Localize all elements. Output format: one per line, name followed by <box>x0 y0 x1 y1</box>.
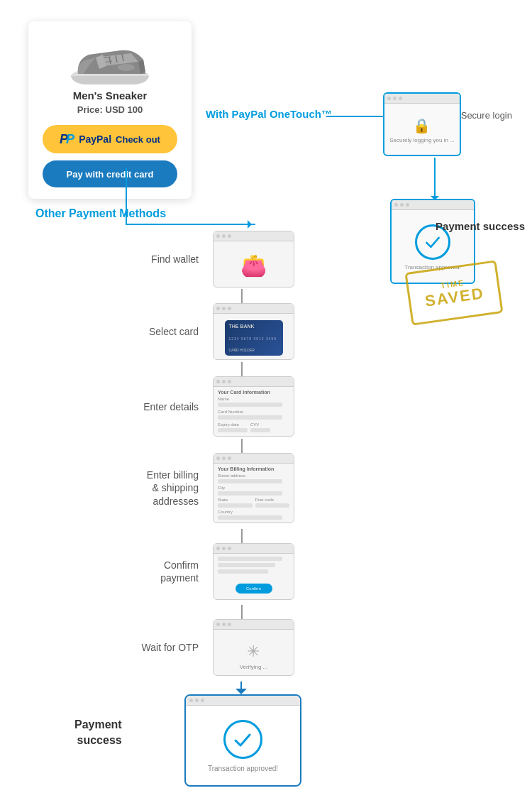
chrome-dot-13 <box>216 380 220 383</box>
expiry-field <box>218 428 248 432</box>
connector-5-6 <box>241 605 243 619</box>
confirm-field-1 <box>218 557 282 561</box>
cvv-field <box>250 428 270 432</box>
chrome-dot-10 <box>216 307 220 310</box>
step-otp-label: Wait for OTP <box>113 642 213 653</box>
chrome-dot-26 <box>195 699 199 702</box>
postcode-field <box>255 503 290 508</box>
verifying-text: Verifying ... <box>240 664 268 670</box>
billing-form: Your Billing Information Street address … <box>214 464 294 523</box>
chrome-dot-15 <box>228 380 231 383</box>
sneaker-image <box>60 33 160 89</box>
spinner-icon: ✳ <box>247 642 260 661</box>
step-enter-details-row: Enter details Your Card Information Name… <box>113 376 294 437</box>
payment-success-right-label: Payment success <box>436 219 525 234</box>
credit-card-button[interactable]: Pay with credit card <box>43 160 177 187</box>
final-transaction-text: Transaction approved! <box>208 765 278 772</box>
arrow-horizontal-to-steps <box>126 224 255 225</box>
card-number-field <box>218 415 282 420</box>
step-billing-row: Enter billing& shippingaddresses Your Bi… <box>113 453 294 523</box>
product-price: Price: USD 100 <box>77 104 143 115</box>
time-saved-text: TIME SAVED <box>423 275 486 310</box>
browser-chrome-2 <box>392 200 474 210</box>
chrome-dot-9 <box>228 234 231 238</box>
browser-chrome <box>384 94 460 104</box>
state-field <box>218 503 253 508</box>
svg-point-7 <box>118 64 135 71</box>
product-name: Men's Sneaker <box>73 89 147 102</box>
connector-1-2 <box>241 289 243 303</box>
chrome-dot-1 <box>387 97 391 100</box>
step-billing-label: Enter billing& shippingaddresses <box>113 469 213 508</box>
step-enter-details-label: Enter details <box>113 401 213 412</box>
step-find-wallet-row: Find wallet 👛 <box>113 231 294 288</box>
connector-2-3 <box>241 362 243 376</box>
wallet-icon: 👛 <box>240 253 267 278</box>
chrome-dot-19 <box>216 547 220 550</box>
country-field <box>218 515 282 520</box>
card-info-form: Your Card Information Name Card Number E… <box>214 387 294 436</box>
chrome-dot-27 <box>201 699 204 702</box>
browser-chrome-4 <box>214 304 294 314</box>
confirm-mini-button[interactable]: Confirm <box>235 584 272 594</box>
step-select-card-row: Select card THE BANK 1234 5678 9012 3456… <box>113 303 294 360</box>
secure-logging-text: Securely logging you in ... <box>389 137 455 143</box>
confirm-field-3 <box>218 569 268 574</box>
chrome-dot-4 <box>394 203 398 207</box>
chrome-dot-14 <box>222 380 226 383</box>
paypal-logo: P P <box>60 132 74 147</box>
chrome-dot-17 <box>222 456 226 460</box>
browser-chrome-9 <box>186 696 300 706</box>
chrome-dot-11 <box>222 307 226 310</box>
connector-3-4 <box>241 439 243 453</box>
final-checkmark-circle <box>223 720 262 759</box>
step-confirm-screen: Confirm <box>213 543 294 600</box>
other-methods-header: Other Payment Methods <box>35 207 166 220</box>
chrome-dot-12 <box>228 307 231 310</box>
final-success-box: Transaction approved! <box>184 694 301 787</box>
step-select-card-screen: THE BANK 1234 5678 9012 3456 CARD HOLDER <box>213 303 294 360</box>
city-field <box>218 491 282 496</box>
step-find-wallet-screen: 👛 <box>213 231 294 288</box>
browser-chrome-5 <box>214 377 294 387</box>
final-success-label: Paymentsuccess <box>74 717 122 749</box>
step-otp-row: Wait for OTP ✳ Verifying ... <box>113 619 294 676</box>
chrome-dot-21 <box>228 547 231 550</box>
connector-4-5 <box>241 529 243 543</box>
chrome-dot-5 <box>400 203 404 207</box>
step-enter-details-screen: Your Card Information Name Card Number E… <box>213 376 294 437</box>
step-select-card-label: Select card <box>113 326 213 337</box>
chrome-dot-22 <box>216 623 220 626</box>
browser-chrome-8 <box>214 620 294 630</box>
onetouch-label: With PayPal OneTouch™ <box>206 108 332 120</box>
credit-card-visual: THE BANK 1234 5678 9012 3456 CARD HOLDER <box>225 320 283 356</box>
chrome-dot-6 <box>406 203 409 207</box>
chrome-dot-2 <box>393 97 397 100</box>
chrome-dot-8 <box>222 234 226 238</box>
step-otp-screen: ✳ Verifying ... <box>213 619 294 676</box>
browser-chrome-7 <box>214 544 294 554</box>
product-card: Men's Sneaker Price: USD 100 P P PayPal … <box>28 21 192 199</box>
secure-login-box: 🔒 Securely logging you in ... <box>383 92 461 156</box>
chrome-dot-20 <box>222 547 226 550</box>
card-holder: CARD HOLDER <box>229 348 279 352</box>
confirm-field-2 <box>218 563 275 567</box>
arrow-from-credit-card <box>126 168 127 224</box>
otp-content: ✳ Verifying ... <box>237 640 271 673</box>
chrome-dot-3 <box>399 97 402 100</box>
paypal-checkout-label: Check out <box>116 134 160 145</box>
chrome-dot-16 <box>216 456 220 460</box>
paypal-name: PayPal <box>79 133 111 145</box>
browser-chrome-3 <box>214 231 294 241</box>
step-confirm-row: Confirmpayment Confirm <box>113 543 294 600</box>
lock-icon: 🔒 <box>413 117 431 134</box>
chrome-dot-23 <box>222 623 226 626</box>
street-field <box>218 479 282 483</box>
chrome-dot-24 <box>228 623 231 626</box>
step-find-wallet-label: Find wallet <box>113 253 213 265</box>
credit-card-btn-label: Pay with credit card <box>67 169 154 180</box>
chrome-dot-25 <box>189 699 193 702</box>
paypal-checkout-button[interactable]: P P PayPal Check out <box>43 125 177 153</box>
confirm-form: Confirm <box>214 554 294 599</box>
browser-chrome-6 <box>214 454 294 464</box>
